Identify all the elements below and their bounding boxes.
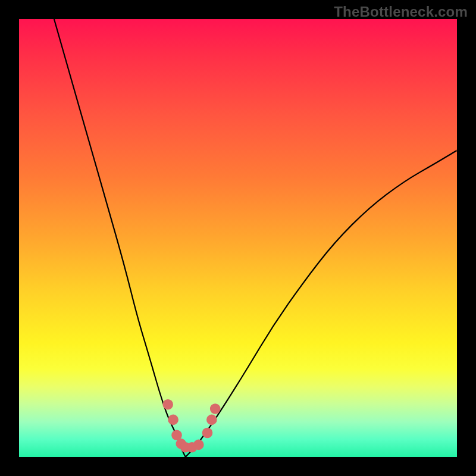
marker-dot bbox=[206, 415, 217, 425]
curves-svg bbox=[19, 19, 457, 457]
marker-dot bbox=[162, 399, 173, 410]
marker-dot bbox=[193, 440, 204, 450]
marker-dot bbox=[210, 403, 221, 414]
chart-frame: TheBottleneck.com bbox=[0, 0, 476, 476]
curve-right-branch bbox=[186, 151, 457, 457]
plot-area bbox=[19, 19, 457, 457]
curve-left-branch bbox=[54, 19, 186, 457]
markers-group bbox=[162, 399, 220, 453]
watermark-text: TheBottleneck.com bbox=[334, 4, 468, 20]
marker-dot bbox=[202, 428, 213, 439]
marker-dot bbox=[168, 415, 178, 425]
